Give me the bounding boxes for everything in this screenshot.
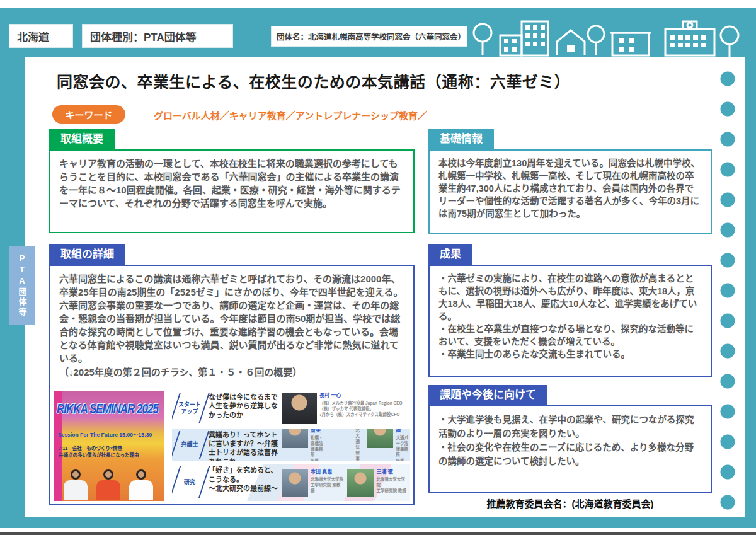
speaker-name: 熊谷 誠 [396, 429, 409, 434]
speaker-name: 高橋 智美 [311, 429, 324, 434]
speaker-name: 長村 一心 [319, 393, 403, 399]
overview-body: キャリア教育の活動の一環として、本校在校生に将来の職業選択の参考にしてもらうこと… [59, 158, 401, 209]
speaker: 三浦 徹 北海道大学大学院 工学研究院 教授 [347, 469, 409, 497]
basic-info-panel: 本校は今年度創立130周年を迎えている。同窓会は札幌中学校、札幌第一中学校、札幌… [428, 149, 712, 234]
keyword-badge: キーワード [52, 105, 125, 124]
basic-info-body: 本校は今年度創立130周年を迎えている。同窓会は札幌中学校、札幌第一中学校、札幌… [438, 158, 700, 219]
section-tab-overview: 取組概要 [49, 129, 115, 149]
speaker: 伊藤 敦子 北大通法律事務所 弁護士 [327, 429, 364, 462]
seminar-category: 弁護士 [178, 429, 201, 462]
speaker: 本田 真也 北海道大学大学院 工学研究院 准教授 [282, 469, 344, 497]
page-bottom-edge [0, 532, 756, 535]
seminar-row-startup: スタート アップ なぜ僕は今になるまで人生を夢から逆算しなかったのか 長村 一心… [172, 391, 410, 426]
results-bullet: ・在校生と卒業生が直接つながる場となり、探究的な活動等において、支援をいただく機… [438, 323, 702, 348]
org-type-label: 団体種別：PTA団体等 [90, 28, 197, 44]
speaker-affiliation: 札幌・高橋法律事務所 所属 弁護士 [311, 435, 324, 461]
overview-panel: キャリア教育の活動の一環として、本校在校生に将来の職業選択の参考にしてもらうこと… [49, 149, 415, 233]
speaker-affiliation: 北海道大学大学院 工学研究院 教授 [376, 476, 409, 493]
org-name-box: 団体名：北海道札幌南高等学校同窓会（六華同窓会） [271, 26, 467, 47]
org-type-box: 団体種別：PTA団体等 [82, 24, 233, 48]
org-name-label: 団体名：北海道札幌南高等学校同窓会（六華同窓会） [277, 30, 466, 42]
speaker-photo [282, 469, 308, 497]
speaker-affiliation: 北大通法律事務所 弁護士 [356, 429, 364, 462]
issues-bullet: ・社会の変化や在校生のニーズに応じるため、より多様な分野の講師の選定について検討… [438, 440, 702, 468]
seminar-row-research: 研究 「好き」を究めると、 こうなる。 ～北大研究の最前線～ 本田 真也 北海道… [172, 464, 410, 501]
page-title: 同窓会の、卒業生による、在校生のための本気講話（通称：六華ゼミ） [57, 69, 570, 92]
seminar-category: スタート アップ [178, 391, 201, 426]
section-tab-basic-info: 基礎情報 [428, 129, 494, 149]
results-bullet: ・六華ゼミの実施により、在校生の進路への意欲が高まるとともに、選択の視野は道外へ… [438, 272, 702, 323]
results-panel: ・六華ゼミの実施により、在校生の進路への意欲が高まるとともに、選択の視野は道外へ… [428, 265, 712, 377]
speaker-photo [367, 429, 393, 449]
tree-icon [721, 26, 738, 44]
recommending-board: 推薦教育委員会名：(北海道教育委員会) [428, 497, 712, 510]
seminar-title: 「好き」を究めると、 こうなる。 ～北大研究の最前線～ [207, 464, 280, 501]
school-icon [665, 29, 714, 55]
flyer-info: 7/11 会社 ものづくり×情熱 共通点の多い僕らが社長になった理由 [59, 445, 139, 459]
speaker-group: 高橋 智美 札幌・高橋法律事務所 所属 弁護士 伊藤 敦子 北大通法律事務所 弁… [280, 429, 410, 462]
tree-icon [588, 26, 604, 42]
keyword-list: グローバル人材／キャリア教育／アントレプレナーシップ教育／ [154, 108, 427, 122]
details-caption: （↓2025年度の第２回のチラシ、第１・５・６回の概要） [59, 365, 404, 379]
speaker-photo [282, 393, 317, 424]
seminar-rows: スタート アップ なぜ僕は今になるまで人生を夢から逆算しなかったのか 長村 一心… [172, 391, 410, 501]
decorative-dots [720, 71, 735, 514]
details-panel: 六華同窓生によるこの講演は通称六華ゼミと呼ばれており、その源流は2000年、卒業… [49, 265, 415, 505]
seminar-title: なぜ僕は今になるまで人生を夢から逆算しなかったのか [207, 391, 280, 426]
tree-icon [474, 24, 491, 42]
speaker-photo [347, 469, 374, 497]
rikka-seminar-flyer: RIKKA SEMINAR 2025 Session For The Futur… [54, 391, 164, 501]
side-tab-pta: PTA団体等 [9, 246, 35, 325]
speaker: 熊谷 誠 大通パーク法律事務所 所属 弁護士 [367, 429, 409, 462]
person-photo [96, 469, 120, 501]
speaker-name: 本田 真也 [311, 469, 344, 475]
region-box: 北海道 [9, 24, 73, 48]
region-label: 北海道 [17, 28, 49, 44]
flyer-title: RIKKA SEMINAR 2025 [57, 401, 164, 417]
cityscape-illustration [470, 16, 741, 58]
section-tab-results: 成果 [428, 244, 472, 265]
results-bullet: ・卒業生同士のあらたな交流も生まれている。 [438, 348, 702, 360]
section-tab-details: 取組の詳細 [49, 244, 125, 265]
person-photo [129, 469, 153, 501]
seminar-media: RIKKA SEMINAR 2025 Session For The Futur… [54, 391, 410, 501]
details-body: 六華同窓生によるこの講演は通称六華ゼミと呼ばれており、その源流は2000年、卒業… [59, 273, 403, 364]
speaker-photo [282, 429, 308, 449]
section-tab-issues: 課題や今後に向けて [428, 385, 547, 405]
speaker-affiliation: 北海道大学大学院 工学研究院 准教授 [311, 476, 344, 493]
speaker-affiliation: 大通パーク法律事務所 所属 弁護士 [396, 435, 409, 461]
seminar-title: 異議あり！ってホントに言いますか？～弁護士トリオが語る法曹界あれこれ [207, 429, 280, 462]
speaker-group: 長村 一心 （株）メルカリ執行役員 Japan Region CEO （株）ザッ… [280, 391, 410, 426]
speaker-affiliation: （株）メルカリ執行役員 Japan Region CEO （株）ザッカマ 代表取… [319, 400, 403, 417]
seminar-category: 研究 [178, 464, 201, 501]
issues-bullet: ・大学進学後も見据え、在学中の起業や、研究につながる探究活動のより一層の充実を図… [438, 413, 702, 440]
person-photo [64, 469, 88, 501]
flyer-subtitle: Session For The Future 15:00〜15:30 [58, 429, 152, 442]
speaker: 長村 一心 （株）メルカリ執行役員 Japan Region CEO （株）ザッ… [282, 393, 403, 424]
speaker: 高橋 智美 札幌・高橋法律事務所 所属 弁護士 [282, 429, 324, 462]
seminar-row-lawyers: 弁護士 異議あり！ってホントに言いますか？～弁護士トリオが語る法曹界あれこれ 高… [172, 429, 410, 462]
speaker-group: 本田 真也 北海道大学大学院 工学研究院 准教授 三浦 徹 北海道大学大学院 工… [280, 464, 410, 501]
issues-panel: ・大学進学後も見据え、在学中の起業や、研究につながる探究活動のより一層の充実を図… [428, 405, 712, 493]
speaker-name: 三浦 徹 [376, 469, 409, 475]
